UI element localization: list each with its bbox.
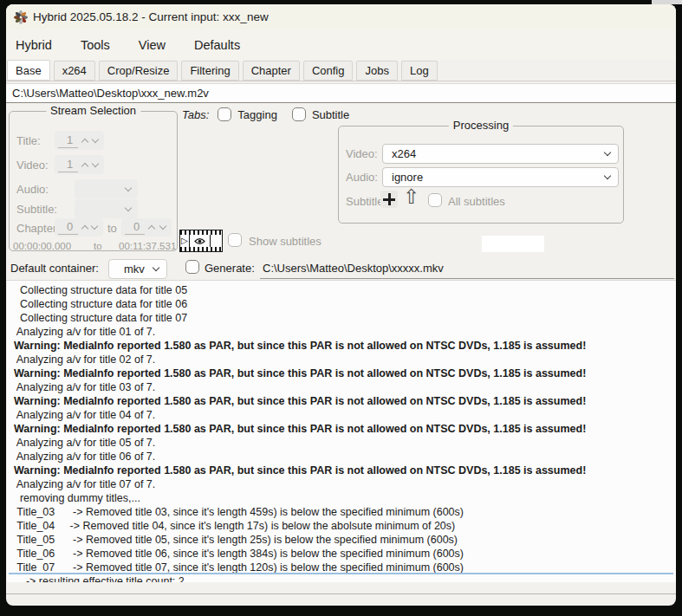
- stream-selection-legend: Stream Selection: [46, 104, 140, 117]
- eye-icon: [189, 235, 211, 247]
- spin-down-button[interactable]: [90, 155, 101, 174]
- toggle-checkbox[interactable]: [218, 107, 231, 121]
- video-processing-value: x264: [383, 147, 416, 160]
- film-empty-frame: [211, 235, 222, 247]
- chevron-down-icon: [604, 149, 611, 156]
- menu-item[interactable]: Defaults: [194, 38, 240, 52]
- spin-down-button[interactable]: [158, 218, 168, 237]
- subtitle-stream-select[interactable]: [75, 199, 138, 218]
- log-line: Warning: MediaInfo reported 1.580 as PAR…: [7, 366, 676, 380]
- container-select[interactable]: mkv: [108, 259, 167, 279]
- toggle-label: Tagging: [237, 108, 277, 121]
- log-line: Analyzing a/v for title 02 of 7.: [7, 353, 676, 366]
- tab-label: x264: [62, 64, 87, 77]
- spin-down-button[interactable]: [90, 218, 100, 237]
- menu-item[interactable]: Tools: [81, 38, 110, 52]
- output-path-field[interactable]: C:\Users\Matteo\Desktop\xxxxx.mkv: [263, 262, 444, 275]
- tab-label: Jobs: [365, 64, 388, 77]
- spin-up-button[interactable]: [80, 155, 90, 174]
- tab-toggle-option: Subtitle: [292, 107, 349, 121]
- preview-button[interactable]: ▷: [179, 230, 223, 252]
- log-line: Title_03 -> Removed title 03, since it's…: [7, 505, 676, 519]
- menu-item[interactable]: View: [139, 38, 166, 52]
- chevron-down-icon: [125, 184, 132, 191]
- log-line: Collecting structure data for title 05: [7, 283, 676, 297]
- tab-label: Base: [16, 64, 42, 77]
- audio-processing-select[interactable]: ignore: [382, 167, 619, 187]
- audio-stream-select[interactable]: [75, 179, 138, 198]
- spin-down-button[interactable]: [90, 131, 101, 150]
- video-processing-select[interactable]: x264: [382, 144, 619, 164]
- video-stream-value: 1: [58, 158, 78, 172]
- processing-group: Processing Video: x264 Audio: ignore Sub…: [338, 126, 624, 224]
- chevron-down-icon: [153, 264, 159, 271]
- log-line: removing dummy titles,...: [7, 491, 676, 505]
- log-output[interactable]: Collecting structure data for title 05 C…: [7, 281, 676, 582]
- log-line: Analyzing a/v for title 01 of 7.: [7, 325, 676, 339]
- add-subtitle-button[interactable]: [380, 191, 398, 208]
- toggle-label: Subtitle: [312, 108, 349, 121]
- tab[interactable]: Chapter: [243, 61, 300, 81]
- audio-processing-value: ignore: [383, 171, 423, 184]
- blank-field: [482, 236, 544, 252]
- tab[interactable]: x264: [54, 61, 95, 81]
- tab[interactable]: Log: [401, 61, 438, 81]
- all-subtitles-checkbox[interactable]: [428, 193, 442, 207]
- statusbar-divider: [6, 593, 676, 594]
- tab-label: Crop/Resize: [107, 64, 170, 77]
- show-subtitles-label: Show subtitles: [249, 235, 322, 248]
- titlebar: Hybrid 2025.05.18.2 - Current input: xxx…: [6, 4, 676, 30]
- tab-label: Chapter: [251, 64, 291, 77]
- chevron-down-icon: [91, 223, 98, 230]
- log-line: Analyzing a/v for title 07 of 7.: [7, 477, 676, 491]
- window-title: Hybrid 2025.05.18.2 - Current input: xxx…: [33, 10, 269, 23]
- time-start: 00:00:00.000: [13, 241, 71, 251]
- hybrid-pinwheel-icon: [14, 10, 28, 24]
- time-separator: to: [94, 241, 102, 251]
- generate-label: Generate:: [205, 262, 255, 275]
- title-label: Title:: [16, 134, 41, 147]
- tab[interactable]: Config: [303, 61, 354, 81]
- show-subtitles-checkbox[interactable]: [228, 233, 242, 247]
- log-line: Title_05 -> Removed title 05, since it's…: [7, 533, 676, 547]
- spin-up-button[interactable]: [80, 218, 89, 237]
- tab-toggles-row: Tabs: Tagging Subtitle: [182, 107, 364, 121]
- toggle-checkbox[interactable]: [292, 107, 306, 121]
- chevron-up-icon: [81, 162, 88, 169]
- spin-up-button[interactable]: [146, 218, 157, 237]
- log-line: Analyzing a/v for title 03 of 7.: [7, 380, 676, 394]
- generate-checkbox[interactable]: [185, 260, 199, 274]
- video-stream-spinner[interactable]: 1: [55, 155, 104, 174]
- tab[interactable]: Jobs: [356, 61, 397, 81]
- chapter-to-spinner[interactable]: 0: [121, 218, 172, 237]
- tab-label: Filtering: [190, 64, 230, 77]
- menubar: Hybrid Tools View Defaults: [6, 30, 676, 60]
- tab-label: Config: [312, 64, 345, 77]
- processing-audio-label: Audio:: [346, 171, 378, 184]
- chevron-down-icon: [92, 135, 99, 142]
- tab-toggle-option: Tagging: [218, 107, 277, 121]
- title-stream-spinner[interactable]: 1: [55, 131, 104, 150]
- tab[interactable]: Filtering: [181, 61, 238, 81]
- move-up-arrow-button[interactable]: ⇧: [403, 187, 419, 206]
- video-label: Video:: [16, 159, 49, 172]
- tab[interactable]: Crop/Resize: [99, 61, 179, 81]
- chapter-from-spinner[interactable]: 0: [55, 218, 103, 237]
- tab[interactable]: Base: [7, 60, 50, 81]
- time-end: 00:11:37.531: [119, 241, 176, 251]
- processing-legend: Processing: [449, 119, 513, 132]
- log-caret-line: [9, 573, 673, 574]
- chevron-down-icon: [604, 172, 611, 179]
- film-frames: ▷: [180, 235, 222, 247]
- hybrid-app-window: Hybrid 2025.05.18.2 - Current input: xxx…: [6, 4, 676, 606]
- log-line: Title_04 -> Removed title 04, since it's…: [7, 519, 676, 533]
- log-line: Warning: MediaInfo reported 1.580 as PAR…: [7, 339, 676, 353]
- log-line: Collecting structure data for title 07: [7, 311, 676, 325]
- log-line: Warning: MediaInfo reported 1.580 as PAR…: [7, 464, 676, 477]
- chevron-up-icon: [148, 225, 155, 232]
- input-file-path-field[interactable]: C:\Users\Matteo\Desktop\xxx_new.m2v: [6, 83, 676, 103]
- log-line: Warning: MediaInfo reported 1.580 as PAR…: [7, 394, 676, 408]
- spin-up-button[interactable]: [80, 131, 90, 150]
- all-subtitles-label: All subtitles: [448, 195, 505, 208]
- menu-item[interactable]: Hybrid: [16, 38, 52, 52]
